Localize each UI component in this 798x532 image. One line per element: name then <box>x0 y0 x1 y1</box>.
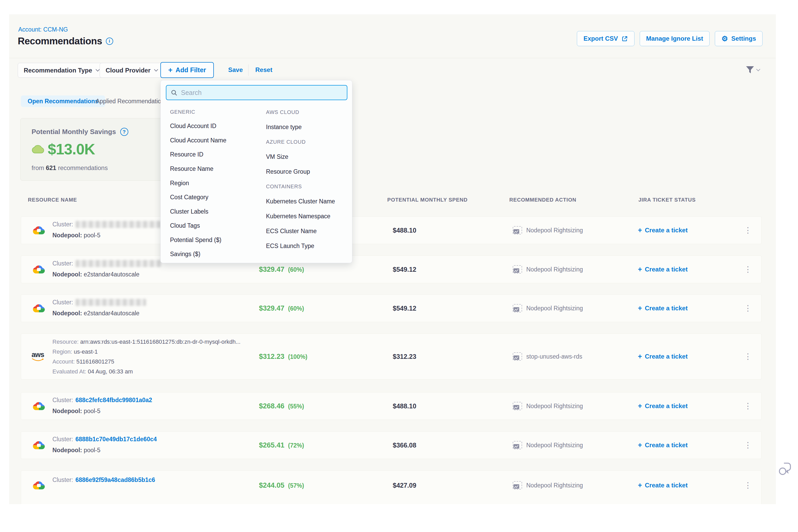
gcp-cloud-icon <box>32 225 46 236</box>
filter-option-potential-spend[interactable]: Potential Spend ($) <box>169 233 264 247</box>
filter-option-cloud-tags[interactable]: Cloud Tags <box>169 218 264 233</box>
create-ticket-button[interactable]: +Create a ticket <box>638 441 688 449</box>
cloud-provider-label: Cloud Provider <box>106 67 150 74</box>
recommendation-type-filter[interactable]: Recommendation Type <box>18 63 105 78</box>
savings-card-title: Potential Monthly Savings <box>32 128 116 136</box>
tab-open-recommendations[interactable]: Open Recommendations <box>21 95 105 107</box>
cluster-link[interactable]: 688c2fefc84fbdc99801a0a2 <box>75 397 152 404</box>
filter-option-resource-id[interactable]: Resource ID <box>169 148 264 162</box>
gcp-cloud-icon <box>32 439 46 451</box>
recommended-action-cell: stop-unused-aws-rds <box>513 352 582 361</box>
filter-divider <box>248 64 249 76</box>
filter-option-resource-group[interactable]: Resource Group <box>264 164 350 179</box>
header-actions: Export CSV Manage Ignore List ⚙ Settings <box>577 31 762 46</box>
tab-applied-recommendations[interactable]: Applied Recommendations <box>96 95 167 107</box>
row-menu-kebab-icon[interactable]: ⋮ <box>744 481 752 489</box>
recommended-action-cell: Nodepool Rightsizing <box>513 481 583 490</box>
rightsizing-icon <box>513 441 522 449</box>
filter-option-instance-type[interactable]: Instance type <box>264 120 350 135</box>
table-header: RESOURCE NAME POTENTIAL MONTHLY SPEND RE… <box>21 197 761 206</box>
external-link-icon <box>622 36 628 42</box>
row-menu-kebab-icon[interactable]: ⋮ <box>744 402 752 410</box>
filter-option-vm-size[interactable]: VM Size <box>264 149 350 164</box>
rightsizing-icon <box>513 265 522 273</box>
row-menu-kebab-icon[interactable]: ⋮ <box>744 441 752 449</box>
section-header-containers: CONTAINERS <box>264 179 350 194</box>
rightsizing-icon <box>513 226 522 234</box>
row-menu-kebab-icon[interactable]: ⋮ <box>744 353 752 360</box>
gcp-cloud-icon <box>32 400 46 412</box>
savings-cell: $329.47(60%) <box>259 265 304 273</box>
table-row[interactable]: Cluster:6886e92f59a48cad86b5b1c6 $244.05… <box>21 471 761 504</box>
search-input[interactable] <box>181 89 343 96</box>
filter-option-cloud-account-id[interactable]: Cloud Account ID <box>169 119 264 134</box>
rightsizing-icon <box>513 304 522 312</box>
create-ticket-button[interactable]: +Create a ticket <box>638 305 688 312</box>
reset-filter-button[interactable]: Reset <box>255 66 272 74</box>
filter-option-region[interactable]: Region <box>169 176 264 190</box>
resource-name-cell: Cluster: Nodepool: pool-5 <box>52 221 162 239</box>
recommendation-type-label: Recommendation Type <box>24 67 92 74</box>
plus-icon: + <box>638 482 642 489</box>
column-resource-name: RESOURCE NAME <box>28 197 77 203</box>
recommended-action-cell: Nodepool Rightsizing <box>513 441 583 449</box>
create-ticket-button[interactable]: +Create a ticket <box>638 402 688 410</box>
add-filter-button[interactable]: + Add Filter <box>160 62 214 78</box>
search-box <box>166 85 347 100</box>
table-row[interactable]: Cluster:688c2fefc84fbdc99801a0a2 Nodepoo… <box>21 392 761 420</box>
funnel-icon <box>745 65 755 74</box>
row-menu-kebab-icon[interactable]: ⋮ <box>744 265 752 273</box>
column-recommended-action: RECOMMENDED ACTION <box>509 197 576 203</box>
row-menu-kebab-icon[interactable]: ⋮ <box>744 304 752 312</box>
spend-cell: $549.12 <box>393 305 416 312</box>
breadcrumb-account[interactable]: Account: CCM-NG <box>18 26 68 33</box>
page-header: Recommendations i <box>18 36 113 47</box>
create-ticket-button[interactable]: +Create a ticket <box>638 482 688 489</box>
column-potential-monthly-spend: POTENTIAL MONTHLY SPEND <box>387 197 468 203</box>
redacted-cluster-name <box>76 260 162 267</box>
filter-option-kubernetes-cluster-name[interactable]: Kubernetes Cluster Name <box>264 194 350 209</box>
filter-option-ecs-cluster-name[interactable]: ECS Cluster Name <box>264 224 350 239</box>
spend-cell: $427.09 <box>393 482 416 489</box>
filter-option-cloud-account-name[interactable]: Cloud Account Name <box>169 133 264 148</box>
settings-button[interactable]: ⚙ Settings <box>715 31 762 46</box>
filter-option-cost-category[interactable]: Cost Category <box>169 190 264 205</box>
create-ticket-button[interactable]: +Create a ticket <box>638 353 688 360</box>
create-ticket-button[interactable]: +Create a ticket <box>638 227 688 234</box>
table-row[interactable]: Cluster: Nodepool: e2standar4autoscale $… <box>21 294 761 322</box>
spend-cell: $312.23 <box>393 353 416 360</box>
cluster-link[interactable]: 6886e92f59a48cad86b5b1c6 <box>75 476 155 483</box>
resource-name-cell: Cluster:6888b1c70e49db17c1de60c4 Nodepoo… <box>52 436 157 454</box>
savings-cloud-icon <box>31 143 45 155</box>
info-icon[interactable]: i <box>106 38 113 45</box>
plus-icon: + <box>638 266 642 273</box>
table-row[interactable]: Cluster: Nodepool: e2standar4autoscale $… <box>21 255 761 283</box>
resource-name-cell: Cluster:6886e92f59a48cad86b5b1c6 <box>52 476 155 483</box>
recommended-action-cell: Nodepool Rightsizing <box>513 402 583 410</box>
help-chat-widget[interactable] <box>778 461 793 478</box>
savings-cell: $329.47(60%) <box>259 304 304 312</box>
help-icon[interactable]: ? <box>120 128 128 136</box>
table-row[interactable]: Cluster:6888b1c70e49db17c1de60c4 Nodepoo… <box>21 431 761 459</box>
filter-option-resource-name[interactable]: Resource Name <box>169 162 264 176</box>
table-row[interactable]: Cluster: Nodepool: pool-5 $488.10 Nodepo… <box>21 216 761 244</box>
export-csv-button[interactable]: Export CSV <box>577 31 634 46</box>
filter-option-savings[interactable]: Savings ($) <box>169 247 264 261</box>
save-filter-button[interactable]: Save <box>228 66 243 74</box>
cluster-link[interactable]: 6888b1c70e49db17c1de60c4 <box>75 436 157 443</box>
rightsizing-icon <box>513 481 522 490</box>
filter-option-cluster-labels[interactable]: Cluster Labels <box>169 205 264 219</box>
filter-panel-toggle[interactable] <box>745 65 760 74</box>
cloud-provider-filter[interactable]: Cloud Provider <box>100 63 164 78</box>
filter-option-kubernetes-namespace[interactable]: Kubernetes Namespace <box>264 209 350 224</box>
filter-option-ecs-launch-type[interactable]: ECS Launch Type <box>264 239 350 253</box>
table-row[interactable]: aws Resource: arn:aws:rds:us-east-1:5116… <box>21 334 761 379</box>
create-ticket-button[interactable]: +Create a ticket <box>638 266 688 273</box>
manage-ignore-list-button[interactable]: Manage Ignore List <box>640 31 710 46</box>
row-menu-kebab-icon[interactable]: ⋮ <box>744 226 752 234</box>
redacted-cluster-name <box>76 299 146 306</box>
potential-savings-card: Potential Monthly Savings ? $13.0K from … <box>20 118 162 181</box>
spend-cell: $488.10 <box>393 402 416 410</box>
resource-name-cell: Cluster:688c2fefc84fbdc99801a0a2 Nodepoo… <box>52 397 152 415</box>
search-icon <box>171 89 177 96</box>
